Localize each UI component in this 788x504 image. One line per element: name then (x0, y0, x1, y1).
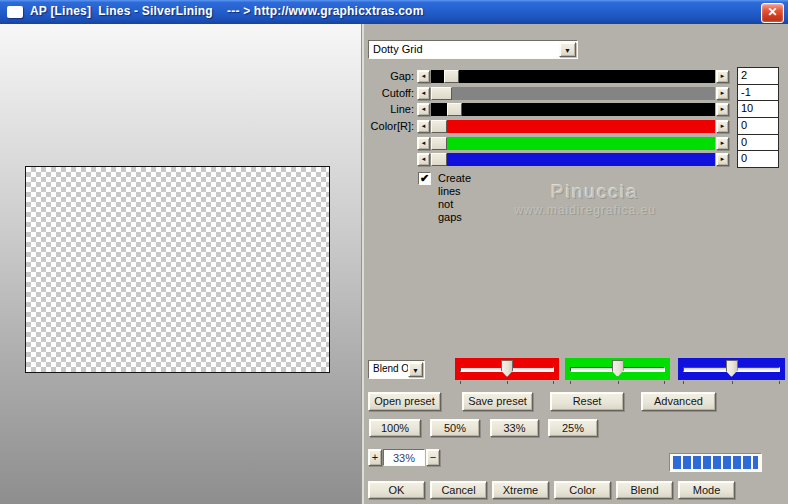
trackbar-tick (779, 381, 780, 384)
color-r-label: Color[R]: (352, 120, 414, 133)
create-lines-checkbox[interactable]: ✔ (418, 172, 431, 185)
right-arrow-icon: ► (720, 156, 726, 162)
cutoff-slider-track[interactable] (431, 87, 715, 100)
left-arrow-icon: ◄ (421, 106, 427, 112)
progress-segment (753, 456, 758, 469)
gap-slider-track[interactable] (431, 70, 715, 83)
progress-segment (693, 456, 701, 469)
preset-dropdown-button[interactable]: ▼ (559, 42, 576, 57)
right-arrow-icon: ► (720, 106, 726, 112)
open-preset-button[interactable]: Open preset (368, 392, 441, 411)
zoom-25-button[interactable]: 25% (548, 419, 598, 437)
line-decrement-button[interactable]: ◄ (417, 103, 430, 116)
progress-segment (673, 456, 681, 469)
reset-button[interactable]: Reset (550, 392, 624, 411)
progress-segment (743, 456, 751, 469)
close-button[interactable]: ✕ (761, 3, 784, 23)
xtreme-button[interactable]: Xtreme (492, 481, 549, 499)
chevron-down-icon: ▼ (564, 47, 571, 54)
blend-button[interactable]: Blend (616, 481, 673, 499)
progress-bar (669, 453, 762, 472)
trackbar-tick (664, 381, 665, 384)
gap-label: Gap: (352, 70, 414, 83)
right-arrow-icon: ► (720, 90, 726, 96)
titlebar[interactable]: AP [Lines] Lines - SilverLining --- > ht… (0, 0, 788, 25)
color-button[interactable]: Color (554, 481, 611, 499)
color-b-slider-track[interactable] (431, 153, 715, 166)
preset-style-dropdown[interactable]: Dotty Grid ▼ (368, 40, 578, 59)
blue-channel-trackbar[interactable] (678, 358, 785, 380)
ok-button[interactable]: OK (368, 481, 425, 499)
red-channel-trackbar[interactable] (455, 358, 559, 380)
left-arrow-icon: ◄ (421, 73, 427, 79)
preset-style-value: Dotty Grid (373, 43, 423, 55)
gap-value-input[interactable]: 2 (737, 67, 779, 85)
color-g-slider-track[interactable] (431, 137, 715, 150)
trackbar-tick (618, 381, 619, 384)
color-r-slider-track[interactable] (431, 120, 715, 133)
color-r-decrement-button[interactable]: ◄ (417, 120, 430, 133)
color-b-decrement-button[interactable]: ◄ (417, 153, 430, 166)
zoom-50-button[interactable]: 50% (430, 419, 480, 437)
window-title: AP [Lines] Lines - SilverLining --- > ht… (30, 4, 424, 18)
save-preset-button[interactable]: Save preset (462, 392, 533, 411)
chevron-down-icon: ▼ (412, 367, 419, 374)
cancel-button[interactable]: Cancel (430, 481, 487, 499)
blend-options-value: Blend Opti (373, 363, 408, 374)
zoom-level-value: 33% (383, 449, 425, 466)
zoom-in-button[interactable]: + (368, 449, 382, 466)
blue-trackbar-thumb[interactable] (726, 360, 738, 377)
left-arrow-icon: ◄ (421, 140, 427, 146)
mode-button[interactable]: Mode (678, 481, 735, 499)
param-row-line: Line: ◄ ► 10 (0, 103, 788, 116)
blend-options-dropdown[interactable]: Blend Opti ▼ (368, 360, 425, 379)
green-trackbar-thumb[interactable] (612, 360, 624, 377)
transparency-checkerboard-preview[interactable] (25, 166, 330, 373)
advanced-button[interactable]: Advanced (641, 392, 716, 411)
green-channel-trackbar[interactable] (565, 358, 670, 380)
color-r-slider-thumb[interactable] (431, 120, 447, 133)
color-r-value-input[interactable]: 0 (737, 117, 779, 135)
trackbar-tick (683, 381, 684, 384)
line-slider-track[interactable] (431, 103, 715, 116)
right-arrow-icon: ► (720, 73, 726, 79)
blend-options-dropdown-button[interactable]: ▼ (408, 362, 423, 377)
progress-segment (713, 456, 721, 469)
trackbar-tick (507, 381, 508, 384)
gap-decrement-button[interactable]: ◄ (417, 70, 430, 83)
right-arrow-icon: ► (720, 140, 726, 146)
trackbar-tick (553, 381, 554, 384)
color-r-increment-button[interactable]: ► (716, 120, 729, 133)
color-g-decrement-button[interactable]: ◄ (417, 137, 430, 150)
zoom-100-button[interactable]: 100% (369, 419, 421, 437)
cutoff-slider-thumb[interactable] (431, 87, 452, 100)
zoom-out-button[interactable]: − (426, 449, 440, 466)
cutoff-decrement-button[interactable]: ◄ (417, 87, 430, 100)
line-value-input[interactable]: 10 (737, 100, 779, 118)
color-b-slider-thumb[interactable] (431, 153, 447, 166)
close-icon: ✕ (767, 5, 777, 19)
param-row-gap: Gap: ◄ ► 2 (0, 70, 788, 83)
gap-increment-button[interactable]: ► (716, 70, 729, 83)
line-label: Line: (352, 103, 414, 116)
trackbar-tick (570, 381, 571, 384)
check-icon: ✔ (420, 172, 429, 184)
trackbar-tick (460, 381, 461, 384)
color-b-value-input[interactable]: 0 (737, 150, 779, 168)
cutoff-increment-button[interactable]: ► (716, 87, 729, 100)
color-b-increment-button[interactable]: ► (716, 153, 729, 166)
gap-slider-thumb[interactable] (444, 70, 459, 83)
watermark-name: Pinuccia (470, 181, 720, 203)
line-increment-button[interactable]: ► (716, 103, 729, 116)
color-g-slider-thumb[interactable] (431, 137, 447, 150)
line-slider-thumb[interactable] (447, 103, 462, 116)
left-arrow-icon: ◄ (421, 90, 427, 96)
red-trackbar-thumb[interactable] (501, 360, 513, 377)
watermark-url: www.maidiregrafica.eu (440, 203, 730, 217)
color-g-increment-button[interactable]: ► (716, 137, 729, 150)
param-row-color-b: ◄ ► 0 (0, 153, 788, 166)
progress-segment (733, 456, 741, 469)
left-arrow-icon: ◄ (421, 156, 427, 162)
zoom-33-button[interactable]: 33% (490, 419, 539, 437)
cutoff-label: Cutoff: (352, 87, 414, 100)
